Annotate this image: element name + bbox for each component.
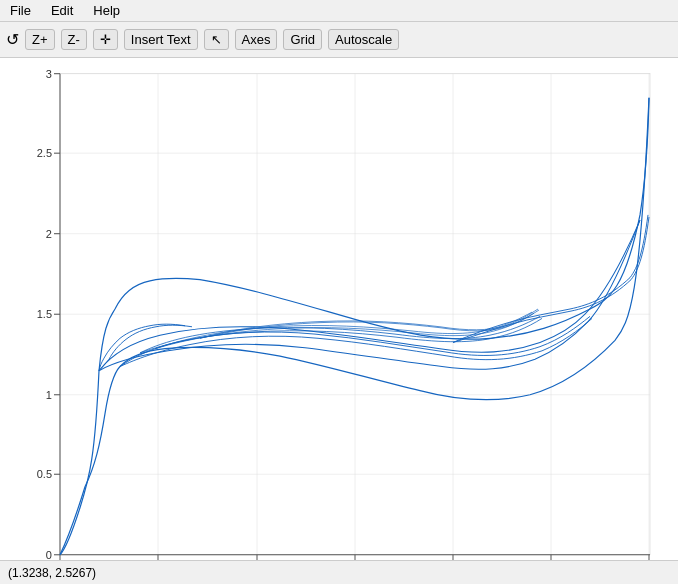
grid-button[interactable]: Grid xyxy=(283,29,322,50)
menu-edit[interactable]: Edit xyxy=(45,2,79,19)
svg-text:2: 2 xyxy=(46,228,52,240)
plot-area: 0 0.5 1 1.5 2 2.5 3 0 0.5 1 1.5 2 2.5 3 xyxy=(0,58,678,560)
menu-help[interactable]: Help xyxy=(87,2,126,19)
select-button[interactable]: ↖ xyxy=(204,29,229,50)
axes-button[interactable]: Axes xyxy=(235,29,278,50)
plot-svg[interactable]: 0 0.5 1 1.5 2 2.5 3 0 0.5 1 1.5 2 2.5 3 xyxy=(0,58,678,560)
menubar: File Edit Help xyxy=(0,0,678,22)
coordinates-display: (1.3238, 2.5267) xyxy=(8,566,96,580)
svg-text:3: 3 xyxy=(46,68,52,80)
autoscale-button[interactable]: Autoscale xyxy=(328,29,399,50)
svg-text:0.5: 0.5 xyxy=(37,468,52,480)
svg-text:1.5: 1.5 xyxy=(37,308,52,320)
pan-button[interactable]: ✛ xyxy=(93,29,118,50)
svg-text:1: 1 xyxy=(46,389,52,401)
insert-text-button[interactable]: Insert Text xyxy=(124,29,198,50)
zoom-in-button[interactable]: Z+ xyxy=(25,29,55,50)
rotate-icon: ↺ xyxy=(6,30,19,49)
svg-text:2.5: 2.5 xyxy=(37,147,52,159)
zoom-out-button[interactable]: Z- xyxy=(61,29,87,50)
toolbar: ↺ Z+ Z- ✛ Insert Text ↖ Axes Grid Autosc… xyxy=(0,22,678,58)
svg-text:0: 0 xyxy=(46,549,52,560)
statusbar: (1.3238, 2.5267) xyxy=(0,560,678,584)
menu-file[interactable]: File xyxy=(4,2,37,19)
